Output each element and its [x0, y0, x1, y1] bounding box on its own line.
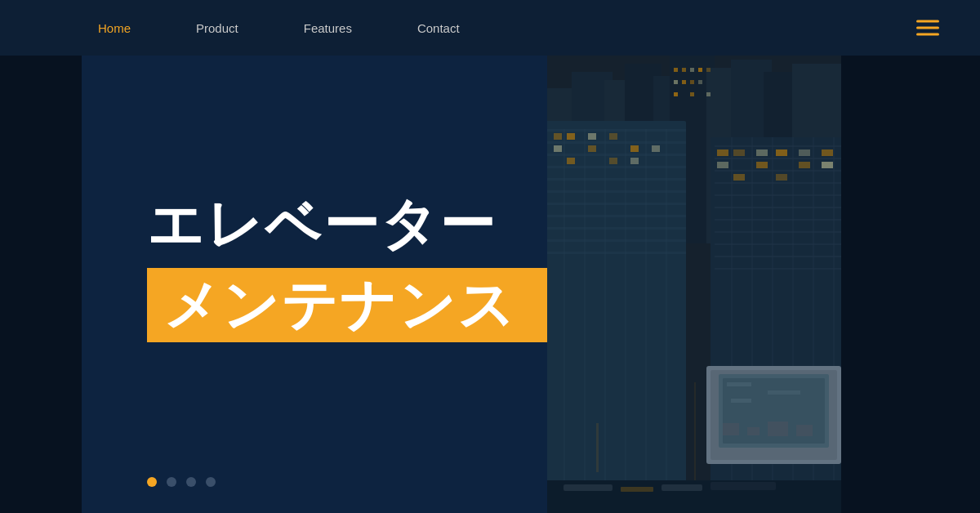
main-content: エレベーター メンテナンス: [0, 56, 980, 513]
carousel-dot-3[interactable]: [186, 477, 196, 487]
hero-title-highlight-box: メンテナンス: [147, 268, 547, 342]
carousel-dot-4[interactable]: [206, 477, 216, 487]
carousel-dot-2[interactable]: [167, 477, 176, 487]
city-image-panel: [547, 56, 841, 513]
svg-rect-100: [547, 56, 841, 513]
header: Home Product Features Contact: [0, 0, 980, 56]
nav-item-features[interactable]: Features: [304, 21, 352, 35]
city-image-svg: [547, 56, 841, 513]
hero-title-line2: メンテナンス: [163, 274, 531, 336]
carousel-dots: [147, 477, 216, 487]
hero-title-line1: エレベーター: [147, 194, 547, 255]
hamburger-menu-button[interactable]: [916, 20, 939, 36]
hamburger-line-3: [916, 33, 939, 36]
navigation: Home Product Features Contact: [98, 21, 460, 35]
nav-item-product[interactable]: Product: [196, 21, 238, 35]
hamburger-line-1: [916, 20, 939, 23]
carousel-dot-1[interactable]: [147, 477, 157, 487]
hero-section: エレベーター メンテナンス: [82, 56, 547, 513]
nav-item-contact[interactable]: Contact: [417, 21, 460, 35]
left-side-panel: [0, 56, 82, 513]
hamburger-line-2: [916, 27, 939, 29]
nav-item-home[interactable]: Home: [98, 21, 131, 35]
right-side-panel: [841, 56, 980, 513]
